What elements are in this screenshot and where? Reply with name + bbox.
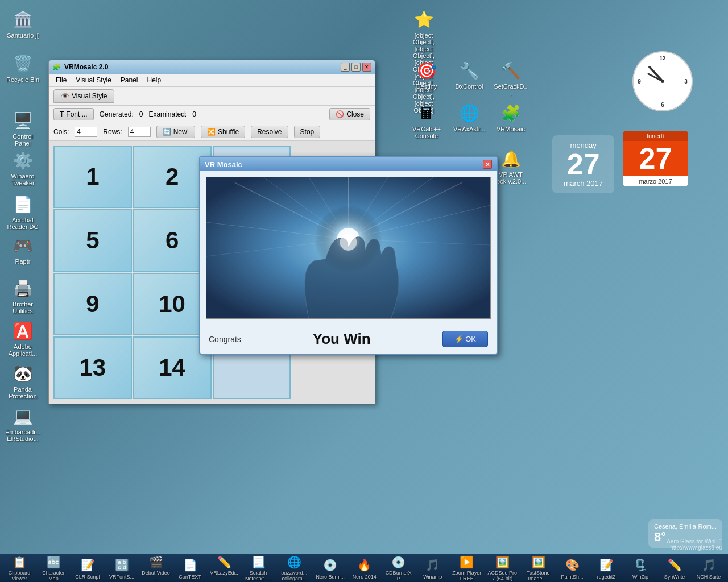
- menu-file[interactable]: File: [51, 75, 71, 85]
- taskbar-item-vrlazy[interactable]: ✏️ VRLazyEdi...: [207, 556, 241, 581]
- puzzle-cell-1[interactable]: 1: [53, 146, 132, 208]
- desktop-icon-santuario[interactable]: 🏛️ Santuario j[: [3, 6, 43, 41]
- font-icon: T: [60, 110, 64, 118]
- dialog-image: [206, 177, 491, 319]
- vrmosaic-icon-small: 🧩: [52, 63, 61, 71]
- menu-help[interactable]: Help: [143, 75, 166, 85]
- taskbar-item-nero-burn[interactable]: 💿 Nero Burni...: [313, 556, 348, 581]
- desktop-icon-adobe[interactable]: 🅰️ Adobe Applicati...: [3, 317, 43, 359]
- rows-input[interactable]: [128, 127, 151, 137]
- taskbar-item-regedit2[interactable]: 📝 regedit2: [589, 556, 623, 581]
- taskbar-item-clr[interactable]: 📝 CLR Script: [71, 556, 105, 581]
- taskbar-item-buzzword[interactable]: 🌐 buzzword... collegam...: [275, 556, 313, 581]
- window-titlebar[interactable]: 🧩 VRMosaic 2.0 _ □ ✕: [49, 60, 375, 74]
- eye-icon: 👁️: [61, 92, 69, 100]
- you-win-text: You Win: [250, 330, 434, 348]
- taskbar-item-charmap[interactable]: 🔤 Character Map: [36, 556, 71, 581]
- taskbar: 📋 Clipboard Viewer 🔤 Character Map 📝 CLR…: [0, 554, 728, 582]
- shuffle-icon: 🔀: [207, 128, 216, 136]
- congrats-text: Congrats: [209, 335, 241, 344]
- taskbar-item-nero2014[interactable]: 🔥 Nero 2014: [348, 556, 382, 581]
- shuffle-button[interactable]: 🔀 Shuffle: [201, 126, 245, 138]
- vr-dialog: VR Mosaic ✕: [199, 156, 498, 355]
- taskbar-item-nch[interactable]: 🎵 NCH Suite: [692, 556, 726, 581]
- desktop-icon-destiny[interactable]: 🎯 Destiny: [407, 57, 446, 92]
- taskbar-item-winamp[interactable]: 🎵 Winamp: [416, 556, 450, 581]
- dialog-close-button[interactable]: ✕: [483, 160, 492, 169]
- svg-text:12: 12: [659, 55, 666, 61]
- taskbar-item-paintsh[interactable]: 🎨 PaintSh...: [555, 556, 589, 581]
- dialog-footer: Congrats You Win ⚡ OK: [200, 325, 497, 354]
- resolve-button[interactable]: Resolve: [251, 126, 288, 138]
- desktop-icon-dxcontrol[interactable]: 🔧 DxControl: [449, 57, 489, 92]
- dialog-titlebar[interactable]: VR Mosaic ✕: [200, 157, 497, 171]
- close-button[interactable]: ✕: [362, 63, 371, 72]
- taskbar-item-vrfonts[interactable]: 🔡 VRFontS...: [105, 556, 139, 581]
- svg-text:9: 9: [638, 78, 641, 85]
- desktop-icon-embarcadero[interactable]: 💻 Embarcadi... ERStudio...: [3, 402, 43, 444]
- clock-face: 12 3 6 9: [631, 50, 694, 113]
- aero-footer: Aero Glass for Win8.1 http://www.glass8.…: [667, 538, 722, 551]
- desktop-icon-acrobat[interactable]: 📄 Acrobat Reader DC: [3, 190, 43, 232]
- puzzle-cell-9[interactable]: 9: [53, 273, 132, 335]
- desktop-icon-panda[interactable]: 🐼 Panda Protection: [3, 360, 43, 402]
- taskbar-item-zoom[interactable]: ▶️ Zoom Player FREE: [450, 556, 484, 581]
- cols-input[interactable]: [75, 127, 97, 137]
- desktop-icon-vraxastr[interactable]: 🌐 VRAxAstr...: [449, 99, 489, 135]
- desktop-icon-winaero[interactable]: ⚙️ Winaero Tweaker: [3, 147, 43, 189]
- menubar: File Visual Style Panel Help: [49, 74, 375, 87]
- cols-label: Cols:: [53, 128, 69, 136]
- new-button[interactable]: 🔄 New!: [156, 126, 195, 138]
- desktop-icon-recycle-bin[interactable]: 🗑️ Recycle Bin: [3, 50, 43, 85]
- window-title: VRMosaic 2.0: [64, 63, 108, 71]
- puzzle-cell-5[interactable]: 5: [53, 209, 132, 272]
- menu-visual-style[interactable]: Visual Style: [71, 75, 115, 85]
- menu-panel[interactable]: Panel: [116, 75, 143, 85]
- font-button[interactable]: T Font ...: [53, 108, 94, 120]
- toolbar-row: T Font ... Generated: 0 Examinated: 0 🚫 …: [49, 106, 375, 123]
- close-window-button[interactable]: 🚫 Close: [329, 108, 370, 120]
- taskbar-item-faststone[interactable]: 🖼️ FastStone Image ...: [521, 556, 555, 581]
- tab-visual-style[interactable]: 👁️ Visual Style: [53, 89, 114, 103]
- minimize-button[interactable]: _: [341, 63, 350, 72]
- rows-label: Rows:: [103, 128, 122, 136]
- puzzle-cell-13[interactable]: 13: [53, 336, 132, 399]
- taskbar-item-winzip[interactable]: 🗜️ WinZip: [623, 556, 657, 581]
- taskbar-item-clipboard[interactable]: 📋 Clipboard Viewer: [2, 556, 36, 581]
- desktop-icon-brother[interactable]: 🖨️ Brother Utilities: [3, 275, 43, 317]
- clock-widget: 12 3 6 9: [631, 50, 694, 115]
- dialog-title: VR Mosaic: [205, 160, 242, 169]
- maximize-button[interactable]: □: [351, 63, 361, 72]
- taskbar-item-context[interactable]: 📄 ConTEXT: [173, 556, 207, 581]
- new-icon: 🔄: [163, 128, 171, 136]
- svg-point-7: [661, 80, 664, 83]
- desktop-icon-vrcalc[interactable]: 🖩 VRCalc++ Console: [407, 99, 446, 142]
- calendar-widget: lunedì 27 marzo 2017: [623, 131, 688, 186]
- desktop-icon-control-panel[interactable]: 🖥️ Control Panel: [3, 107, 43, 149]
- weather-location: Cesena, Emilia-Rom...: [654, 523, 717, 530]
- svg-text:6: 6: [661, 102, 664, 108]
- monday-widget: monday 27 march 2017: [552, 135, 614, 193]
- taskbar-item-scratch[interactable]: 📃 Scratch Notestxt -...: [241, 556, 275, 581]
- examinated-value: 0: [192, 110, 196, 118]
- taskbar-item-synwrite[interactable]: ✏️ SynWrite: [657, 556, 692, 581]
- taskbar-item-acdsee[interactable]: 🖼️ ACDSee Pro 7 (64-bit): [484, 556, 521, 581]
- generated-label: Generated:: [100, 110, 134, 118]
- desktop-icon-vrmosaic-desktop[interactable]: 🧩 VRMosaic: [491, 99, 531, 135]
- stop-button[interactable]: Stop: [294, 126, 321, 138]
- ok-button[interactable]: ⚡ OK: [442, 331, 488, 347]
- cols-rows-toolbar: Cols: Rows: 🔄 New! 🔀 Shuffle Resolve Sto…: [49, 123, 375, 141]
- cancel-icon: 🚫: [336, 110, 344, 118]
- taskbar-item-debut[interactable]: 🎬 Debut Video ...: [139, 556, 173, 581]
- desktop-icon-setcrack[interactable]: 🔨 SetCrackD...: [491, 57, 531, 99]
- tab-bar: 👁️ Visual Style: [49, 87, 375, 106]
- svg-point-22: [340, 234, 357, 251]
- examinated-label: Examinated:: [148, 110, 187, 118]
- generated-value: 0: [139, 110, 143, 118]
- svg-text:3: 3: [684, 78, 688, 85]
- taskbar-item-cdburner[interactable]: 💿 CDBurnerXP: [382, 556, 416, 581]
- desktop-icon-raptr[interactable]: 🎮 Raptr: [3, 232, 43, 267]
